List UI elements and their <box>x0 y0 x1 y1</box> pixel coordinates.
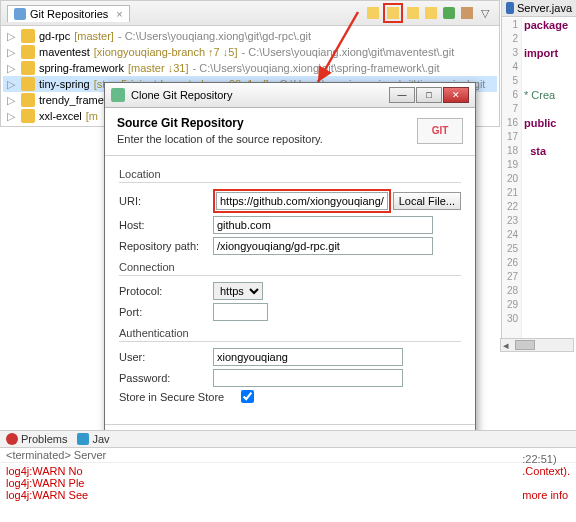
host-input[interactable] <box>213 216 433 234</box>
console-tabs: Problems Jav <box>0 431 576 448</box>
line-number: 20 <box>502 172 521 186</box>
expand-icon[interactable]: ▷ <box>7 94 17 107</box>
view-title: Git Repositories <box>30 8 108 20</box>
line-number: 24 <box>502 228 521 242</box>
scroll-thumb[interactable] <box>515 340 535 350</box>
host-label: Host: <box>119 219 213 231</box>
line-number: 23 <box>502 214 521 228</box>
group-connection: Connection <box>119 261 461 273</box>
line-number: 17 <box>502 130 521 144</box>
repo-branch: [master ↓31] <box>128 62 189 74</box>
clone-repo-highlight <box>383 3 403 23</box>
user-input[interactable] <box>213 348 403 366</box>
java-file-icon <box>506 2 514 14</box>
dialog-title: Clone Git Repository <box>131 89 233 101</box>
store-label: Store in Secure Store <box>119 391 239 403</box>
editor-tab[interactable]: Server.java <box>502 0 576 17</box>
expand-icon[interactable]: ▷ <box>7 46 17 59</box>
link-editor-icon[interactable] <box>423 5 439 21</box>
line-number: 18 <box>502 144 521 158</box>
expand-icon[interactable]: ▷ <box>7 30 17 43</box>
code-area[interactable]: package import * Crea public sta <box>524 18 568 158</box>
editor-tab-label: Server.java <box>517 2 572 14</box>
line-number: 25 <box>502 242 521 256</box>
user-label: User: <box>119 351 213 363</box>
kw-sta: sta <box>530 145 546 157</box>
add-repo-icon[interactable] <box>405 5 421 21</box>
repo-name: trendy_framew <box>39 94 112 106</box>
dialog-titlebar[interactable]: Clone Git Repository — □ ✕ <box>105 83 475 108</box>
protocol-select[interactable]: https <box>213 282 263 300</box>
uri-label: URI: <box>119 195 213 207</box>
repo-name: xxl-excel <box>39 110 82 122</box>
editor-h-scrollbar[interactable]: ◂ <box>500 338 574 352</box>
kw-import: import <box>524 47 558 59</box>
line-number: 1 <box>502 18 521 32</box>
repo-item[interactable]: ▷gd-rpc [master] - C:\Users\youqiang.xio… <box>3 28 497 44</box>
local-file-button[interactable]: Local File... <box>393 192 461 210</box>
repopath-input[interactable] <box>213 237 433 255</box>
line-number: 7 <box>502 102 521 116</box>
javadoc-icon <box>77 433 89 445</box>
dialog-icon <box>111 88 125 102</box>
repo-icon <box>21 109 35 123</box>
expand-icon[interactable]: ▷ <box>7 110 17 123</box>
repo-icon <box>21 45 35 59</box>
kw-public: public <box>524 117 556 129</box>
view-menu-icon[interactable]: ▽ <box>477 5 493 21</box>
git-repo-icon <box>14 8 26 20</box>
terminated-label: <terminated> Server <box>0 448 576 463</box>
line-number: 3 <box>502 46 521 60</box>
close-button[interactable]: ✕ <box>443 87 469 103</box>
expand-icon[interactable]: ▷ <box>7 78 17 91</box>
line-number: 4 <box>502 60 521 74</box>
console-line: log4j:WARN No <box>6 465 570 477</box>
line-number: 27 <box>502 270 521 284</box>
port-input[interactable] <box>213 303 268 321</box>
password-label: Password: <box>119 372 213 384</box>
javadoc-tab[interactable]: Jav <box>77 433 109 445</box>
port-label: Port: <box>119 306 213 318</box>
view-tab[interactable]: Git Repositories × <box>7 5 130 22</box>
git-logo: GIT <box>417 118 463 144</box>
repo-icon <box>21 93 35 107</box>
hierarchy-icon[interactable] <box>459 5 475 21</box>
repo-icon <box>21 61 35 75</box>
collapse-all-icon[interactable] <box>365 5 381 21</box>
close-view-icon[interactable]: × <box>116 8 122 20</box>
maximize-button[interactable]: □ <box>416 87 442 103</box>
console-right-fragment: :22:51) .Context). more info <box>522 453 570 501</box>
window-buttons: — □ ✕ <box>389 87 469 103</box>
minimize-button[interactable]: — <box>389 87 415 103</box>
repo-item[interactable]: ▷maventest [xiongyouqiang-branch ↑7 ↓5] … <box>3 44 497 60</box>
editor-panel: Server.java 1234567161718192021222324252… <box>501 0 576 350</box>
repo-branch: [master] <box>74 30 114 42</box>
console-output[interactable]: log4j:WARN Nolog4j:WARN Plelog4j:WARN Se… <box>0 463 576 503</box>
repo-path: - C:\Users\youqiang.xiong\git\maventest\… <box>241 46 454 58</box>
view-titlebar: Git Repositories × ▽ <box>1 1 499 26</box>
uri-input[interactable] <box>216 192 388 210</box>
line-number: 5 <box>502 74 521 88</box>
clone-repo-button[interactable] <box>385 5 401 21</box>
line-number: 22 <box>502 200 521 214</box>
store-checkbox[interactable] <box>241 390 254 403</box>
repo-branch: [xiongyouqiang-branch ↑7 ↓5] <box>94 46 238 58</box>
password-input[interactable] <box>213 369 403 387</box>
problems-tab[interactable]: Problems <box>6 433 67 445</box>
line-number: 16 <box>502 116 521 130</box>
problems-icon <box>6 433 18 445</box>
repo-path: - C:\Users\youqiang.xiong\git\spring-fra… <box>193 62 440 74</box>
uri-highlight <box>213 189 391 213</box>
scroll-left-icon[interactable]: ◂ <box>501 339 511 352</box>
expand-icon[interactable]: ▷ <box>7 62 17 75</box>
refresh-icon[interactable] <box>441 5 457 21</box>
line-number: 30 <box>502 312 521 326</box>
repo-item[interactable]: ▷spring-framework [master ↓31] - C:\User… <box>3 60 497 76</box>
header-subtitle: Enter the location of the source reposit… <box>117 133 323 145</box>
kw-package: package <box>524 19 568 31</box>
clone-dialog: Clone Git Repository — □ ✕ Source Git Re… <box>104 82 476 464</box>
line-number: 19 <box>502 158 521 172</box>
repo-branch: [m <box>86 110 98 122</box>
line-number: 6 <box>502 88 521 102</box>
header-title: Source Git Repository <box>117 116 323 130</box>
